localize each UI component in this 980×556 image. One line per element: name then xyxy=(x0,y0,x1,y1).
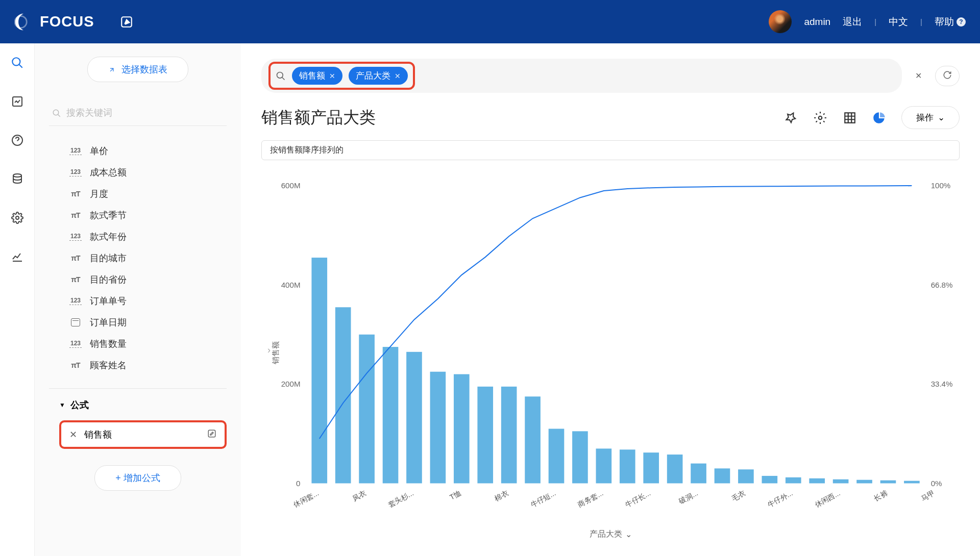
field-item[interactable]: 123订单单号 xyxy=(69,290,227,312)
close-icon[interactable]: ✕ xyxy=(69,429,77,440)
search-icon[interactable] xyxy=(10,56,24,70)
query-pill[interactable]: 销售额✕ xyxy=(292,67,342,85)
brand-name: FOCUS xyxy=(40,13,94,30)
field-item[interactable]: πT目的城市 xyxy=(69,247,227,269)
number-icon: 123 xyxy=(69,168,82,176)
svg-rect-41 xyxy=(809,478,825,484)
svg-rect-30 xyxy=(549,429,565,484)
chevron-right-icon[interactable]: › xyxy=(267,345,271,356)
edit-icon[interactable] xyxy=(120,15,133,29)
field-label: 目的城市 xyxy=(90,252,127,264)
chart-icon[interactable] xyxy=(10,94,24,109)
field-label: 销售数量 xyxy=(90,338,127,350)
svg-point-9 xyxy=(277,72,283,78)
text-icon: πT xyxy=(69,361,82,369)
svg-point-5 xyxy=(13,174,21,177)
topbar: FOCUS admin 退出 | 中文 | 帮助 ? xyxy=(0,0,980,43)
svg-text:牛仔短...: 牛仔短... xyxy=(529,489,557,509)
table-icon[interactable] xyxy=(842,110,857,125)
svg-rect-36 xyxy=(691,464,706,484)
svg-text:套头杉...: 套头杉... xyxy=(387,489,415,509)
svg-rect-29 xyxy=(525,396,541,483)
field-label: 成本总额 xyxy=(90,166,127,179)
logo-icon xyxy=(14,13,33,31)
svg-text:牛仔长...: 牛仔长... xyxy=(624,489,652,509)
x-axis-label[interactable]: 产品大类 ⌄ xyxy=(590,529,632,540)
field-label: 月度 xyxy=(90,188,108,200)
sidebar-search-input[interactable] xyxy=(66,108,224,118)
field-item[interactable]: πT目的省份 xyxy=(69,269,227,290)
query-bar[interactable]: 销售额✕ 产品大类✕ xyxy=(261,59,902,93)
pin-icon[interactable] xyxy=(783,110,798,125)
svg-text:马甲: 马甲 xyxy=(920,489,936,502)
svg-point-7 xyxy=(53,110,59,115)
svg-rect-8 xyxy=(208,430,215,437)
number-icon: 123 xyxy=(69,233,82,241)
field-item[interactable]: 订单日期 xyxy=(69,312,227,333)
field-item[interactable]: πT顾客姓名 xyxy=(69,355,227,376)
svg-text:0: 0 xyxy=(296,479,300,488)
svg-rect-22 xyxy=(359,335,375,484)
field-item[interactable]: πT月度 xyxy=(69,183,227,205)
close-icon[interactable]: ✕ xyxy=(395,72,401,80)
chart: › 销售额 0200M400M600M0%33.4%66.8%100%休闲套..… xyxy=(261,164,960,541)
query-pill[interactable]: 产品大类✕ xyxy=(349,67,408,85)
field-label: 款式年份 xyxy=(90,231,127,243)
logout-link[interactable]: 退出 xyxy=(843,15,862,29)
svg-text:0%: 0% xyxy=(931,479,942,488)
svg-point-6 xyxy=(16,216,19,219)
svg-rect-44 xyxy=(880,481,896,484)
number-icon: 123 xyxy=(69,340,82,348)
svg-rect-11 xyxy=(845,113,855,123)
field-item[interactable]: 123款式年份 xyxy=(69,226,227,247)
close-icon[interactable]: ✕ xyxy=(329,72,335,80)
svg-text:66.8%: 66.8% xyxy=(931,281,953,289)
edit-icon[interactable] xyxy=(207,429,216,441)
svg-text:33.4%: 33.4% xyxy=(931,380,953,388)
trend-icon[interactable] xyxy=(10,249,24,264)
text-icon: πT xyxy=(69,211,82,219)
svg-text:毛衣: 毛衣 xyxy=(730,489,747,502)
sort-chip[interactable]: 按销售额降序排列的 xyxy=(261,140,960,160)
chevron-down-icon: ▼ xyxy=(59,401,65,409)
formula-item[interactable]: ✕ 销售额 xyxy=(59,420,227,449)
y-axis-label: 销售额 xyxy=(271,341,281,364)
text-icon: πT xyxy=(69,190,82,198)
help-link[interactable]: 帮助 ? xyxy=(935,15,966,29)
gear-icon[interactable] xyxy=(813,110,828,125)
ops-button[interactable]: 操作⌄ xyxy=(901,106,960,129)
clear-icon[interactable]: ✕ xyxy=(911,67,926,85)
svg-text:牛仔外...: 牛仔外... xyxy=(766,489,794,509)
svg-rect-32 xyxy=(596,448,612,483)
question-icon[interactable] xyxy=(10,133,24,147)
gear-icon[interactable] xyxy=(10,211,24,225)
field-label: 目的省份 xyxy=(90,273,127,286)
field-item[interactable]: 123单价 xyxy=(69,140,227,162)
lang-link[interactable]: 中文 xyxy=(889,15,908,29)
svg-text:风衣: 风衣 xyxy=(351,489,368,502)
refresh-button[interactable] xyxy=(935,66,960,86)
chevron-down-icon: ⌄ xyxy=(938,112,945,123)
avatar[interactable] xyxy=(769,10,792,33)
database-icon[interactable] xyxy=(10,172,24,186)
viz-title: 销售额产品大类 xyxy=(261,107,376,129)
logo[interactable]: FOCUS xyxy=(14,13,133,31)
username[interactable]: admin xyxy=(804,16,830,28)
svg-rect-25 xyxy=(430,372,446,484)
field-label: 订单单号 xyxy=(90,295,127,307)
svg-text:棉衣: 棉衣 xyxy=(493,489,509,502)
pie-icon[interactable] xyxy=(872,110,887,125)
svg-rect-39 xyxy=(762,476,778,484)
svg-text:休闲西...: 休闲西... xyxy=(814,489,842,509)
field-item[interactable]: πT款式季节 xyxy=(69,205,227,226)
add-formula-button[interactable]: + 增加公式 xyxy=(94,465,181,491)
select-table-button[interactable]: 选择数据表 xyxy=(87,57,188,82)
field-item[interactable]: 123成本总额 xyxy=(69,162,227,183)
formula-group-toggle[interactable]: ▼ 公式 xyxy=(49,399,227,411)
field-item[interactable]: 123销售数量 xyxy=(69,333,227,355)
svg-point-10 xyxy=(819,116,822,119)
svg-rect-28 xyxy=(501,387,517,484)
text-icon: πT xyxy=(69,254,82,262)
field-label: 款式季节 xyxy=(90,209,127,221)
help-icon: ? xyxy=(957,17,966,27)
